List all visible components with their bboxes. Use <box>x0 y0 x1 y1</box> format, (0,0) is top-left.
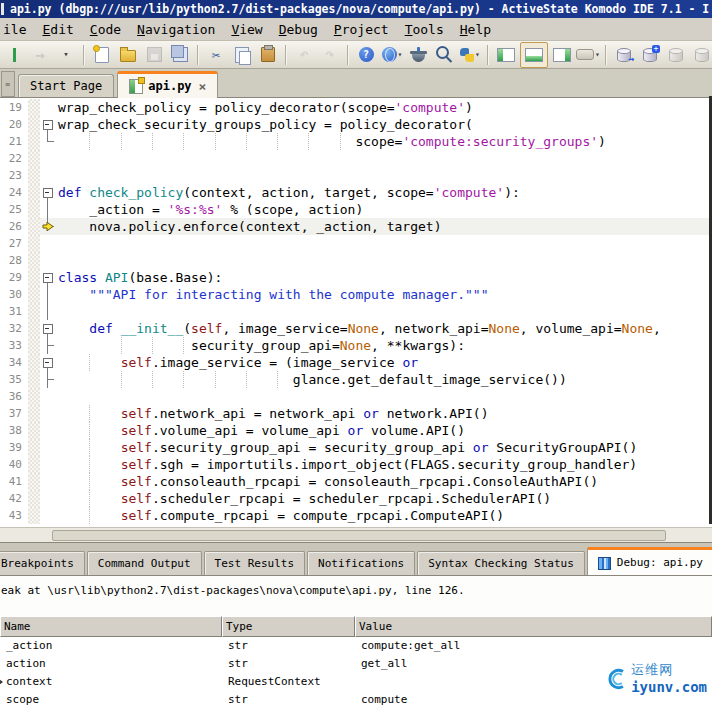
cut-button[interactable]: ✂ <box>204 43 228 67</box>
fold-margin[interactable] <box>40 167 55 184</box>
menu-navigation[interactable]: Navigation <box>129 20 223 39</box>
code-line-19[interactable]: 19wrap_check_policy = policy_decorator(s… <box>0 99 712 116</box>
paste-button[interactable] <box>256 43 280 67</box>
breakpoint-margin[interactable] <box>28 235 40 252</box>
fold-collapse-icon[interactable] <box>43 324 53 334</box>
fold-collapse-icon[interactable] <box>43 273 53 283</box>
code-line-34[interactable]: 34 self.image_service = (image_service o… <box>0 354 712 371</box>
breakpoint-margin[interactable] <box>28 269 40 286</box>
code-line-22[interactable]: 22 <box>0 150 712 167</box>
code-line-26[interactable]: 26 nova.policy.enforce(context, _action,… <box>0 218 712 235</box>
nav-history-caret-button[interactable]: ▾ <box>54 43 78 67</box>
code-line-23[interactable]: 23 <box>0 167 712 184</box>
breakpoint-margin[interactable] <box>28 422 40 439</box>
breakpoint-margin[interactable] <box>28 133 40 150</box>
variable-row-action[interactable]: _actionstrcompute:get_all <box>0 637 712 655</box>
fold-margin[interactable] <box>40 150 55 167</box>
code-line-30[interactable]: 30 """API for interacting with the compu… <box>0 286 712 303</box>
code-line-28[interactable]: 28 <box>0 252 712 269</box>
breakpoint-margin[interactable] <box>28 388 40 405</box>
breakpoint-margin[interactable] <box>28 303 40 320</box>
code-line-39[interactable]: 39 self.security_group_api = security_gr… <box>0 439 712 456</box>
fold-margin[interactable] <box>40 320 55 337</box>
fold-margin[interactable] <box>40 405 55 422</box>
python-interpreter-button[interactable]: ▾ <box>458 43 482 67</box>
code-line-25[interactable]: 25 _action = '%s:%s' % (scope, action) <box>0 201 712 218</box>
column-header-type[interactable]: Type <box>222 616 355 637</box>
code-line-21[interactable]: 21 scope='compute:security_groups') <box>0 133 712 150</box>
breakpoint-margin[interactable] <box>28 439 40 456</box>
menu-edit[interactable]: Edit <box>34 20 81 39</box>
copy-button[interactable] <box>230 43 254 67</box>
breakpoint-margin[interactable] <box>28 167 40 184</box>
breakpoint-margin[interactable] <box>28 99 40 116</box>
code-line-29[interactable]: 29class API(base.Base): <box>0 269 712 286</box>
breakpoint-margin[interactable] <box>28 150 40 167</box>
fold-margin[interactable] <box>40 303 55 320</box>
fold-margin[interactable] <box>40 473 55 490</box>
breakpoint-margin[interactable] <box>28 405 40 422</box>
new-file-button[interactable] <box>90 43 114 67</box>
fold-margin[interactable] <box>40 184 55 201</box>
toggle-left-pane-button[interactable] <box>494 43 518 67</box>
fold-margin[interactable] <box>40 371 55 388</box>
code-line-42[interactable]: 42 self.scheduler_rpcapi = scheduler_rpc… <box>0 490 712 507</box>
fold-margin[interactable] <box>40 133 55 150</box>
toggle-bottom-pane-button[interactable] <box>520 42 548 68</box>
fold-margin[interactable] <box>40 490 55 507</box>
code-line-27[interactable]: 27 <box>0 235 712 252</box>
fold-margin[interactable] <box>40 422 55 439</box>
fold-margin[interactable] <box>40 116 55 133</box>
fold-margin[interactable] <box>40 507 55 524</box>
toggle-right-pane-button[interactable] <box>550 43 574 67</box>
go-back-button[interactable] <box>2 43 26 67</box>
breakpoint-margin[interactable] <box>28 507 40 524</box>
scrollbar-thumb[interactable] <box>52 530 666 541</box>
fold-margin[interactable] <box>40 337 55 354</box>
breakpoint-margin[interactable] <box>28 354 40 371</box>
code-line-43[interactable]: 43 self.compute_rpcapi = compute_rpcapi.… <box>0 507 712 524</box>
breakpoint-margin[interactable] <box>28 490 40 507</box>
breakpoint-margin[interactable] <box>28 116 40 133</box>
code-line-40[interactable]: 40 self.sgh = importutils.import_object(… <box>0 456 712 473</box>
fold-margin[interactable] <box>40 269 55 286</box>
fold-margin[interactable] <box>40 201 55 218</box>
code-line-37[interactable]: 37 self.network_api = network_api or net… <box>0 405 712 422</box>
breakpoint-margin[interactable] <box>28 320 40 337</box>
fold-collapse-icon[interactable] <box>43 188 53 198</box>
close-tab-icon[interactable]: × <box>199 79 207 94</box>
menu-file[interactable]: ile <box>0 20 34 39</box>
breakpoint-margin[interactable] <box>28 456 40 473</box>
tab-api-py[interactable]: api.py× <box>117 71 218 98</box>
fold-collapse-icon[interactable] <box>43 358 53 368</box>
code-editor[interactable]: 19wrap_check_policy = policy_decorator(s… <box>0 98 712 527</box>
breakpoint-margin[interactable] <box>28 371 40 388</box>
breakpoint-margin[interactable] <box>28 337 40 354</box>
fold-margin[interactable] <box>40 286 55 303</box>
editor-horizontal-scrollbar[interactable] <box>0 527 712 542</box>
code-line-35[interactable]: 35 glance.get_default_image_service()) <box>0 371 712 388</box>
db-add-button[interactable] <box>638 43 662 67</box>
code-line-41[interactable]: 41 self.consoleauth_rpcapi = consoleauth… <box>0 473 712 490</box>
fold-margin[interactable] <box>40 235 55 252</box>
fold-margin[interactable] <box>40 456 55 473</box>
breakpoint-margin[interactable] <box>28 184 40 201</box>
bottom-tab-notifications[interactable]: Notifications <box>307 551 415 575</box>
menu-debug[interactable]: Debug <box>271 20 326 39</box>
bottom-tab-syntax-checking-status[interactable]: Syntax Checking Status <box>417 551 585 575</box>
menu-project[interactable]: Project <box>326 20 397 39</box>
breakpoint-margin[interactable] <box>28 473 40 490</box>
code-line-32[interactable]: 32 def __init__(self, image_service=None… <box>0 320 712 337</box>
code-line-33[interactable]: 33 security_group_api=None, **kwargs): <box>0 337 712 354</box>
bottom-tab-debug-api-py[interactable]: Debug: api.py <box>587 547 712 575</box>
open-file-button[interactable] <box>116 43 140 67</box>
tab-list-button[interactable]: ≡ <box>1 71 15 97</box>
menu-help[interactable]: Help <box>452 20 499 39</box>
menu-tools[interactable]: Tools <box>397 20 452 39</box>
fold-margin[interactable] <box>40 99 55 116</box>
ui-layout-dropdown[interactable]: ▾ <box>576 43 600 67</box>
fold-margin[interactable] <box>40 252 55 269</box>
save-all-button[interactable] <box>168 43 192 67</box>
browser-preview-button[interactable]: ▾ <box>380 43 404 67</box>
expand-arrow-icon[interactable] <box>0 679 3 685</box>
